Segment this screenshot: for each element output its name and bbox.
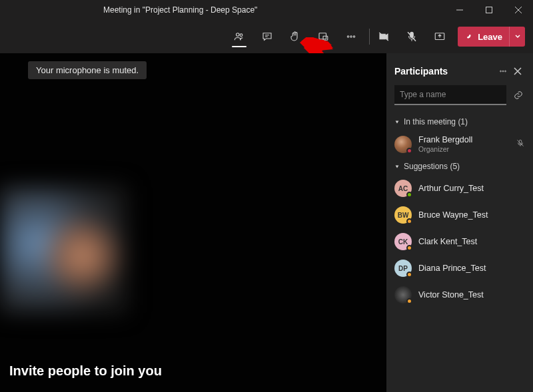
- status-dot: [406, 148, 412, 154]
- svg-point-7: [353, 36, 354, 37]
- participant-row[interactable]: Frank BergdollOrganizer: [394, 130, 525, 158]
- raise-hand-icon[interactable]: [286, 23, 304, 50]
- participant-row[interactable]: BWBruce Wayne_Test: [394, 202, 525, 228]
- svg-point-17: [500, 71, 502, 72]
- svg-point-19: [505, 71, 506, 72]
- participant-name: Bruce Wayne_Test: [418, 210, 488, 220]
- panel-title: Participants: [394, 66, 496, 77]
- participant-video-tile[interactable]: [0, 186, 127, 313]
- leave-chevron-icon[interactable]: [509, 27, 525, 47]
- avatar: [394, 136, 412, 153]
- avatar: BW: [394, 206, 412, 224]
- section-suggestions[interactable]: Suggestions (5): [386, 158, 533, 175]
- panel-close-icon[interactable]: [510, 64, 525, 79]
- invite-heading: Invite people to join you: [9, 363, 162, 379]
- meeting-stage: Your microphone is muted. Invite people …: [0, 53, 386, 392]
- status-dot: [406, 272, 412, 278]
- muted-icon: [516, 138, 525, 150]
- more-actions-icon[interactable]: [342, 23, 360, 50]
- section-label: In this meeting (1): [404, 117, 468, 126]
- mic-muted-tip: Your microphone is muted.: [28, 61, 147, 79]
- panel-more-icon[interactable]: [496, 64, 510, 79]
- svg-marker-20: [396, 120, 399, 123]
- participant-name: Victor Stone_Test: [418, 290, 484, 300]
- camera-off-icon[interactable]: [375, 23, 392, 50]
- maximize-button[interactable]: [474, 0, 504, 20]
- participant-row[interactable]: ACArthur Curry_Test: [394, 175, 525, 202]
- breakout-rooms-icon[interactable]: [314, 23, 332, 50]
- avatar: [394, 286, 412, 303]
- participants-icon[interactable]: [231, 23, 248, 50]
- share-screen-icon[interactable]: [431, 23, 448, 50]
- window-title: Meeting in "Project Planning - Deep Spac…: [103, 5, 257, 15]
- avatar: AC: [394, 180, 412, 197]
- participant-name: Arthur Curry_Test: [418, 184, 484, 194]
- leave-label: Leave: [478, 32, 502, 42]
- minimize-button[interactable]: [445, 0, 474, 20]
- close-window-button[interactable]: [504, 0, 533, 20]
- participant-row[interactable]: DPDiana Prince_Test: [394, 255, 525, 282]
- leave-button[interactable]: Leave: [458, 32, 509, 42]
- svg-rect-4: [323, 36, 328, 40]
- svg-point-6: [350, 36, 352, 37]
- participant-name: Frank Bergdoll: [418, 135, 472, 145]
- svg-point-2: [240, 34, 243, 37]
- participant-row[interactable]: CKClark Kent_Test: [394, 228, 525, 255]
- participant-name: Clark Kent_Test: [418, 237, 477, 247]
- chat-icon[interactable]: [259, 23, 276, 50]
- avatar: DP: [394, 260, 412, 277]
- avatar: CK: [394, 233, 412, 250]
- participants-panel: Participants In this meeting (1) Frank B…: [386, 53, 533, 392]
- copy-link-icon[interactable]: [512, 89, 525, 102]
- svg-rect-0: [486, 7, 492, 13]
- status-dot: [406, 298, 412, 304]
- participant-row[interactable]: Victor Stone_Test: [394, 282, 525, 308]
- status-dot: [406, 245, 412, 251]
- mic-off-icon[interactable]: [403, 23, 420, 50]
- svg-point-18: [502, 71, 504, 72]
- svg-point-1: [237, 33, 240, 37]
- status-dot: [406, 218, 412, 224]
- section-in-meeting[interactable]: In this meeting (1): [386, 113, 533, 130]
- section-label: Suggestions (5): [404, 162, 460, 171]
- participant-role: Organizer: [418, 145, 472, 153]
- search-participants-input[interactable]: [394, 85, 506, 105]
- svg-point-5: [347, 36, 348, 37]
- status-dot: [406, 192, 412, 198]
- svg-marker-22: [396, 165, 399, 168]
- toolbar-separator: [369, 29, 370, 45]
- participant-name: Diana Prince_Test: [418, 264, 486, 274]
